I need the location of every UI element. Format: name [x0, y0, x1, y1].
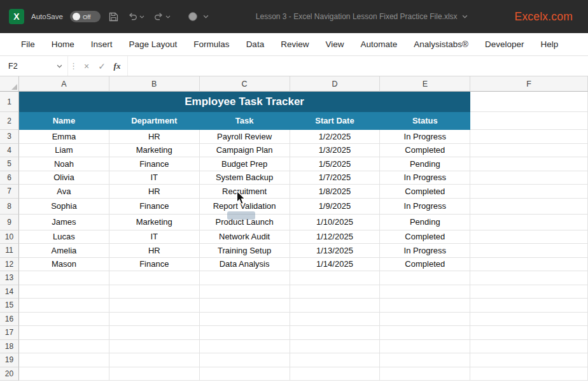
- cell-D17[interactable]: [290, 326, 381, 340]
- menu-tab-home[interactable]: Home: [43, 33, 83, 55]
- column-header-A[interactable]: A: [19, 76, 109, 92]
- cell-C2[interactable]: Task: [200, 112, 290, 130]
- row-header-12[interactable]: 12: [0, 258, 19, 272]
- autosave-toggle[interactable]: Off: [70, 11, 101, 22]
- cell-A19[interactable]: [19, 353, 109, 367]
- cell-F13[interactable]: [470, 271, 588, 285]
- cell-A12[interactable]: Mason: [19, 258, 109, 272]
- cell-C5[interactable]: Budget Prep: [200, 157, 290, 171]
- cell-F14[interactable]: [470, 285, 588, 299]
- cell-D4[interactable]: 1/3/2025: [290, 144, 381, 158]
- cell-D11[interactable]: 1/13/2025: [290, 244, 381, 258]
- row-header-15[interactable]: 15: [0, 299, 19, 313]
- row-header-5[interactable]: 5: [0, 157, 19, 171]
- cell-C13[interactable]: [200, 271, 290, 285]
- cell-C20[interactable]: [200, 367, 290, 381]
- menu-tab-view[interactable]: View: [317, 33, 352, 55]
- row-header-11[interactable]: 11: [0, 244, 19, 258]
- select-all-button[interactable]: [0, 76, 19, 92]
- document-title[interactable]: Lesson 3 - Excel Navigation Lesson Fixed…: [256, 12, 458, 21]
- cell-B11[interactable]: HR: [109, 244, 200, 258]
- formula-input[interactable]: [127, 56, 588, 76]
- cell-D13[interactable]: [290, 271, 381, 285]
- cell-C12[interactable]: Data Analysis: [200, 258, 290, 272]
- cell-E11[interactable]: In Progress: [380, 244, 470, 258]
- cell-E19[interactable]: [380, 353, 470, 367]
- cell-D9[interactable]: 1/10/2025: [290, 215, 381, 230]
- cell-C10[interactable]: Network Audit: [200, 230, 290, 244]
- cell-E15[interactable]: [380, 299, 470, 313]
- menu-tab-data[interactable]: Data: [238, 33, 273, 55]
- cell-F17[interactable]: [470, 326, 588, 340]
- enter-button[interactable]: ✓: [94, 56, 109, 76]
- cell-D18[interactable]: [290, 340, 381, 354]
- cell-E5[interactable]: Pending: [380, 157, 470, 171]
- cell-C16[interactable]: [200, 313, 290, 327]
- cell-A6[interactable]: Olivia: [19, 171, 109, 185]
- row-header-9[interactable]: 9: [0, 215, 19, 230]
- redo-button[interactable]: [153, 11, 172, 22]
- cell-D19[interactable]: [290, 353, 381, 367]
- cell-B17[interactable]: [109, 326, 200, 340]
- cell-C15[interactable]: [200, 299, 290, 313]
- cell-F11[interactable]: [470, 244, 588, 258]
- row-header-4[interactable]: 4: [0, 144, 19, 158]
- cell-E14[interactable]: [380, 285, 470, 299]
- row-header-18[interactable]: 18: [0, 340, 19, 354]
- cell-E10[interactable]: Completed: [380, 230, 470, 244]
- row-header-20[interactable]: 20: [0, 367, 19, 381]
- cell-E12[interactable]: Completed: [380, 258, 470, 272]
- cell-B15[interactable]: [109, 299, 200, 313]
- cell-F9[interactable]: [470, 215, 588, 230]
- cell-E20[interactable]: [380, 367, 470, 381]
- cell-B12[interactable]: Finance: [109, 258, 200, 272]
- cell-D2[interactable]: Start Date: [290, 112, 381, 130]
- cell-F7[interactable]: [470, 185, 588, 199]
- cell-C7[interactable]: Recruitment: [200, 185, 290, 199]
- cell-F16[interactable]: [470, 313, 588, 327]
- cell-C17[interactable]: [200, 326, 290, 340]
- menu-tab-automate[interactable]: Automate: [352, 33, 405, 55]
- cell-E16[interactable]: [380, 313, 470, 327]
- cell-F4[interactable]: [470, 144, 588, 158]
- save-button[interactable]: [108, 11, 120, 23]
- cell-A3[interactable]: Emma: [19, 130, 109, 144]
- column-header-D[interactable]: D: [290, 76, 381, 92]
- insert-function-button[interactable]: fx: [109, 56, 125, 76]
- row-header-13[interactable]: 13: [0, 271, 19, 285]
- cell-A15[interactable]: [19, 299, 109, 313]
- cell-F3[interactable]: [470, 130, 588, 144]
- cell-F10[interactable]: [470, 230, 588, 244]
- cell-A20[interactable]: [19, 367, 109, 381]
- row-header-14[interactable]: 14: [0, 285, 19, 299]
- column-header-E[interactable]: E: [380, 76, 470, 92]
- menu-tab-help[interactable]: Help: [533, 33, 567, 55]
- cell-F12[interactable]: [470, 258, 588, 272]
- cell-A13[interactable]: [19, 271, 109, 285]
- cell-A18[interactable]: [19, 340, 109, 354]
- record-button[interactable]: [188, 11, 209, 22]
- cell-E9[interactable]: Pending: [380, 215, 470, 230]
- cell-A17[interactable]: [19, 326, 109, 340]
- menu-tab-developer[interactable]: Developer: [477, 33, 533, 55]
- cell-E17[interactable]: [380, 326, 470, 340]
- cell-D16[interactable]: [290, 313, 381, 327]
- cell-D10[interactable]: 1/12/2025: [290, 230, 381, 244]
- cell-D20[interactable]: [290, 367, 381, 381]
- cell-C19[interactable]: [200, 353, 290, 367]
- cell-A16[interactable]: [19, 313, 109, 327]
- cell-table-title[interactable]: Employee Task Tracker: [19, 92, 470, 112]
- cell-E6[interactable]: In Progress: [380, 171, 470, 185]
- undo-button[interactable]: [127, 11, 146, 22]
- cell-D12[interactable]: 1/14/2025: [290, 258, 381, 272]
- cell-F19[interactable]: [470, 353, 588, 367]
- menu-tab-page-layout[interactable]: Page Layout: [121, 33, 186, 55]
- cell-B7[interactable]: HR: [109, 185, 200, 199]
- cell-C6[interactable]: System Backup: [200, 171, 290, 185]
- menu-tab-file[interactable]: File: [13, 33, 43, 55]
- cell-A8[interactable]: Sophia: [19, 199, 109, 215]
- cell-E4[interactable]: Completed: [380, 144, 470, 158]
- cell-B5[interactable]: Finance: [109, 157, 200, 171]
- cell-F6[interactable]: [470, 171, 588, 185]
- cell-F2[interactable]: [470, 112, 588, 130]
